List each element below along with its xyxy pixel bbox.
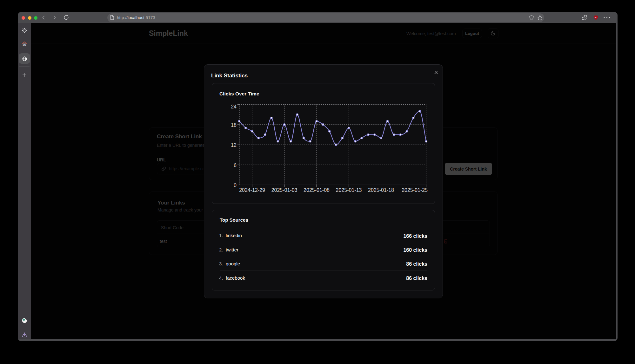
svg-text:24: 24 — [231, 104, 237, 109]
svg-text:uO: uO — [595, 16, 597, 18]
svg-text:2025-01-25: 2025-01-25 — [402, 187, 428, 193]
svg-text:6: 6 — [234, 163, 237, 168]
svg-text:2025-01-08: 2025-01-08 — [304, 187, 330, 193]
svg-text:18: 18 — [231, 122, 237, 128]
svg-text:12: 12 — [231, 143, 237, 148]
svg-text:0: 0 — [234, 183, 237, 188]
svg-text:2025-01-18: 2025-01-18 — [368, 187, 394, 193]
svg-text:2025-01-13: 2025-01-13 — [336, 187, 362, 193]
svg-text:2025-01-03: 2025-01-03 — [271, 187, 297, 193]
svg-text:2024-12-29: 2024-12-29 — [239, 187, 265, 193]
